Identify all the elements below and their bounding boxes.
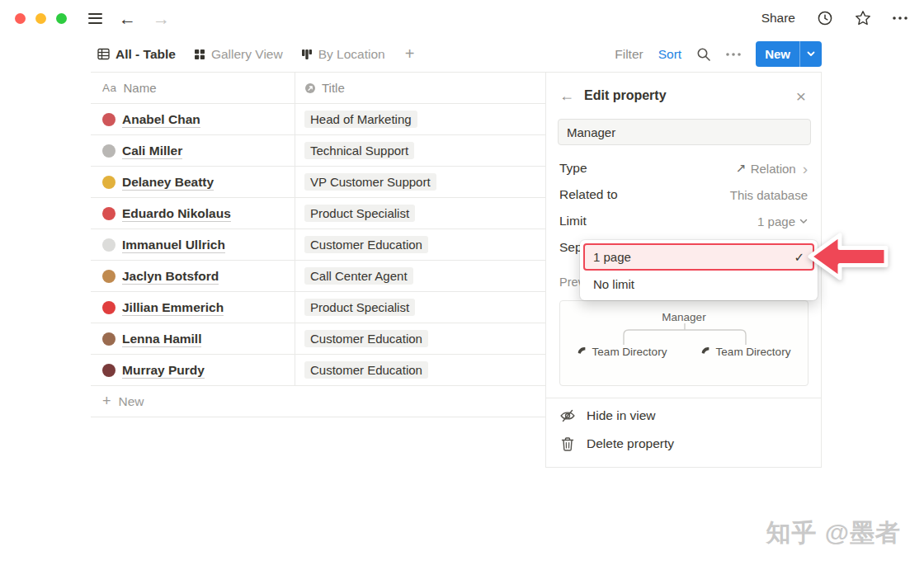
updates-clock-icon[interactable] [817, 10, 833, 26]
table-row[interactable]: Anabel Chan Head of Marketing [91, 104, 545, 135]
person-name[interactable]: Jillian Emmerich [122, 299, 224, 316]
back-button[interactable]: ← [119, 10, 136, 27]
new-record-dropdown-button[interactable] [799, 41, 822, 67]
avatar [102, 364, 116, 377]
row-label: Related to [559, 187, 618, 202]
title-value: Head of Marketing [304, 111, 417, 128]
name-cell[interactable]: Delaney Beatty [91, 167, 295, 197]
title-cell[interactable]: VP Customer Support [295, 167, 545, 197]
table-row[interactable]: Murray Purdy Customer Education [91, 355, 545, 386]
traffic-light-close[interactable] [15, 13, 26, 24]
close-icon[interactable]: × [796, 87, 806, 105]
title-cell[interactable]: Technical Support [295, 135, 545, 166]
avatar [102, 207, 116, 220]
new-row-button[interactable]: + New [91, 386, 545, 417]
name-cell[interactable]: Murray Purdy [91, 355, 295, 385]
annotation-arrow [807, 233, 889, 280]
trash-icon [559, 436, 576, 452]
column-header-title[interactable]: Title [295, 73, 545, 103]
view-options-icon[interactable] [726, 53, 741, 56]
table-row[interactable]: Jillian Emmerich Product Specialist [91, 292, 545, 323]
person-name[interactable]: Immanuel Ullrich [122, 237, 225, 253]
hide-in-view-button[interactable]: Hide in view [546, 402, 821, 430]
search-icon[interactable] [696, 47, 711, 62]
person-name[interactable]: Eduardo Nikolaus [122, 205, 231, 222]
connector-lines [560, 323, 808, 345]
name-cell[interactable]: Jillian Emmerich [91, 292, 295, 323]
forward-button[interactable]: → [153, 10, 170, 27]
person-name[interactable]: Murray Purdy [122, 362, 205, 379]
avatar [102, 270, 116, 283]
dropdown-option-no-limit[interactable]: No limit [583, 271, 814, 297]
sidebar-toggle-icon[interactable] [88, 13, 102, 24]
preview-link: Team Directory [684, 346, 808, 358]
tab-gallery-view[interactable]: Gallery View [194, 47, 283, 62]
related-to-row[interactable]: Related to This database [546, 181, 821, 208]
action-label: Hide in view [587, 408, 656, 423]
name-cell[interactable]: Jaclyn Botsford [91, 261, 295, 291]
check-icon: ✓ [794, 250, 804, 265]
delete-property-button[interactable]: Delete property [546, 430, 821, 458]
database-table: Aa Name Title Anabel Chan Head of Market… [91, 73, 545, 417]
tab-all-table[interactable]: All - Table [97, 47, 176, 62]
new-record-button[interactable]: New [756, 41, 799, 67]
person-name[interactable]: Delaney Beatty [122, 174, 214, 191]
chrome-actions: Share [761, 10, 908, 26]
person-name[interactable]: Jaclyn Botsford [122, 268, 219, 285]
option-label: 1 page [593, 250, 631, 264]
person-name[interactable]: Cali Miller [122, 143, 182, 159]
phone-icon [575, 344, 590, 359]
title-cell[interactable]: Customer Education [295, 355, 545, 385]
plus-icon: + [102, 393, 111, 410]
table-row[interactable]: Eduardo Nikolaus Product Specialist [91, 198, 545, 229]
name-cell[interactable]: Immanuel Ullrich [91, 229, 295, 260]
name-cell[interactable]: Eduardo Nikolaus [91, 198, 295, 228]
table-row[interactable]: Cali Miller Technical Support [91, 135, 545, 167]
view-toolbar: All - Table Gallery View By Location + F… [91, 36, 822, 73]
title-cell[interactable]: Customer Education [295, 229, 545, 260]
chevron-down-icon [799, 219, 808, 224]
table-row[interactable]: Delaney Beatty VP Customer Support [91, 167, 545, 198]
add-view-button[interactable]: + [405, 45, 415, 64]
gallery-view-icon [194, 49, 205, 60]
traffic-light-zoom[interactable] [56, 13, 67, 24]
divider [546, 398, 821, 398]
person-name[interactable]: Anabel Chan [122, 111, 200, 128]
option-label: No limit [593, 277, 634, 291]
limit-dropdown-menu: 1 page ✓ No limit [580, 240, 818, 300]
name-cell[interactable]: Anabel Chan [91, 104, 295, 134]
column-header-name[interactable]: Aa Name [91, 73, 295, 103]
toolbar-actions: Filter Sort New [615, 41, 822, 67]
dropdown-option-1-page[interactable]: 1 page ✓ [583, 243, 814, 271]
traffic-light-minimize[interactable] [35, 13, 46, 24]
title-cell[interactable]: Head of Marketing [295, 104, 545, 134]
person-name[interactable]: Lenna Hamill [122, 331, 201, 347]
table-row[interactable]: Jaclyn Botsford Call Center Agent [91, 261, 545, 292]
table-row[interactable]: Lenna Hamill Customer Education [91, 323, 545, 355]
property-type-row[interactable]: Type ↗ Relation › [546, 155, 821, 181]
tab-by-location[interactable]: By Location [301, 47, 385, 62]
avatar [102, 113, 116, 126]
more-options-icon[interactable] [893, 16, 908, 20]
title-value: Product Specialist [304, 299, 415, 316]
share-button[interactable]: Share [761, 11, 795, 26]
table-row[interactable]: Immanuel Ullrich Customer Education [91, 229, 545, 261]
name-cell[interactable]: Cali Miller [91, 135, 295, 166]
row-label-partial: Sep [559, 240, 582, 255]
title-cell[interactable]: Product Specialist [295, 198, 545, 228]
title-cell[interactable]: Call Center Agent [295, 261, 545, 291]
title-cell[interactable]: Product Specialist [295, 292, 545, 323]
filter-button[interactable]: Filter [615, 47, 643, 62]
title-cell[interactable]: Customer Education [295, 323, 545, 354]
relation-icon: ↗ [736, 161, 747, 176]
property-name-input[interactable] [558, 119, 811, 145]
column-label: Name [124, 81, 157, 95]
name-cell[interactable]: Lenna Hamill [91, 323, 295, 354]
panel-back-button[interactable]: ← [559, 87, 574, 105]
tab-label: Gallery View [211, 47, 283, 62]
sort-button[interactable]: Sort [658, 47, 681, 62]
limit-row[interactable]: Limit 1 page [546, 208, 821, 234]
table-header-row: Aa Name Title [91, 73, 545, 104]
favorite-star-icon[interactable] [855, 10, 871, 26]
row-label: Limit [559, 214, 587, 228]
